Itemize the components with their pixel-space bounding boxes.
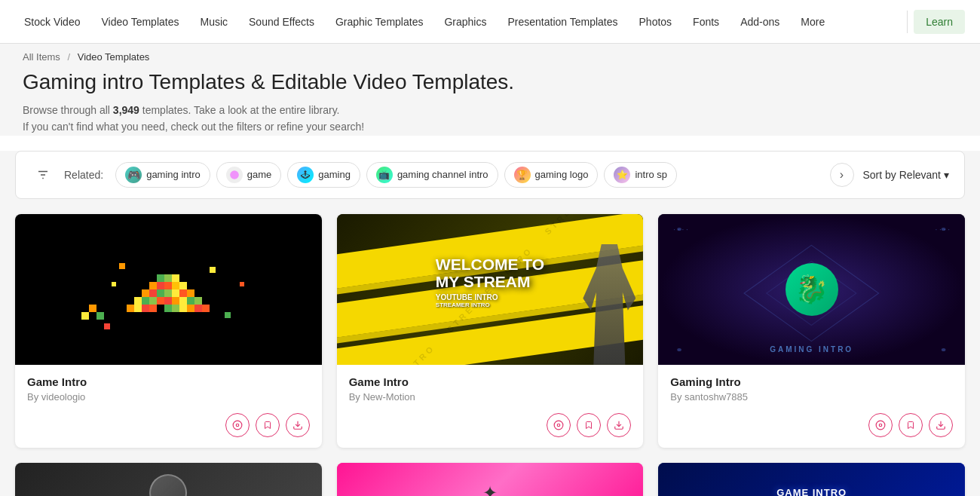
cards-grid: Game Intro By videologio — [0, 214, 980, 448]
sort-button[interactable]: Sort by Relevant ▾ — [863, 169, 950, 181]
svg-rect-11 — [172, 282, 179, 289]
card-actions-3 — [658, 413, 965, 448]
tag-avatar-4: 📺 — [376, 167, 393, 183]
svg-rect-9 — [157, 282, 164, 289]
svg-rect-20 — [134, 297, 142, 305]
svg-rect-43 — [119, 263, 125, 269]
download-btn-1[interactable] — [286, 413, 310, 437]
gaming-intro-thumb: · · · · · · · · 🐉 — [658, 214, 965, 365]
svg-point-51 — [554, 421, 563, 430]
tag-avatar-1: 🎮 — [125, 167, 142, 183]
card-title-2: Game Intro — [349, 375, 632, 388]
tag-gaming-intro[interactable]: 🎮 gaming intro — [115, 162, 210, 188]
nav-sound-effects[interactable]: Sound Effects — [240, 10, 323, 34]
partial-card-2[interactable]: ✦ — [337, 463, 644, 496]
partial-card-1[interactable] — [15, 463, 322, 496]
card-title-3: Gaming Intro — [670, 375, 953, 388]
page-title: Gaming intro Templates & Editable Video … — [23, 70, 957, 94]
filter-icon[interactable] — [31, 163, 55, 187]
svg-rect-36 — [187, 305, 194, 312]
svg-rect-16 — [164, 289, 172, 297]
card-thumb-2[interactable]: STREAMER INTRO STREAMER INTRO STREAMER I… — [337, 214, 644, 365]
svg-rect-46 — [240, 282, 244, 286]
bookmark-btn-1[interactable] — [256, 413, 280, 437]
bookmark-btn-3[interactable] — [899, 413, 923, 437]
tag-gaming[interactable]: 🕹 gaming — [287, 162, 360, 188]
svg-rect-19 — [187, 289, 194, 297]
svg-rect-22 — [149, 297, 157, 305]
svg-point-49 — [236, 424, 239, 427]
preview-btn-1[interactable] — [225, 413, 250, 437]
main-content: Related: 🎮 gaming intro game 🕹 gaming — [0, 151, 980, 496]
download-btn-2[interactable] — [607, 413, 631, 437]
card-author-1: By videologio — [27, 391, 310, 403]
svg-rect-24 — [164, 297, 172, 305]
breadcrumb-all-items[interactable]: All Items — [23, 51, 60, 63]
download-btn-3[interactable] — [929, 413, 953, 437]
nav-fonts[interactable]: Fonts — [684, 10, 728, 34]
tags-row: 🎮 gaming intro game 🕹 gaming 📺 gaming ch… — [115, 162, 820, 188]
card-actions-2 — [337, 413, 644, 448]
card-thumb-1[interactable] — [15, 214, 322, 365]
nav-presentation-templates[interactable]: Presentation Templates — [498, 10, 626, 34]
sort-label: Sort by Relevant — [863, 169, 942, 181]
bookmark-btn-2[interactable] — [577, 413, 601, 437]
card-thumb-3[interactable]: · · · · · · · · 🐉 — [658, 214, 965, 365]
sort-chevron-icon: ▾ — [944, 169, 949, 181]
nav-stock-video[interactable]: Stock Video — [15, 10, 89, 34]
tag-intro-sp[interactable]: ⭐ intro sp — [604, 162, 677, 188]
svg-rect-10 — [164, 282, 172, 289]
nav-video-templates[interactable]: Video Templates — [92, 10, 188, 34]
svg-rect-8 — [149, 282, 157, 289]
breadcrumb-separator: / — [67, 51, 70, 63]
tag-label-4: gaming channel intro — [397, 169, 488, 180]
card-3: · · · · · · · · 🐉 — [658, 214, 965, 448]
template-count: 3,949 — [113, 104, 139, 116]
page-subtitle: Browse through all 3,949 templates. Take… — [23, 102, 957, 136]
svg-point-56 — [678, 228, 682, 231]
next-tags-button[interactable]: › — [830, 163, 854, 187]
tag-avatar-3: 🕹 — [297, 167, 314, 183]
tag-avatar-5: 🏆 — [514, 167, 531, 183]
filter-bar: Related: 🎮 gaming intro game 🕹 gaming — [15, 151, 965, 199]
svg-rect-47 — [112, 282, 116, 286]
nav-learn[interactable]: Learn — [914, 10, 965, 34]
pixel-art-thumb — [15, 214, 322, 365]
svg-rect-42 — [210, 267, 216, 273]
card-2: STREAMER INTRO STREAMER INTRO STREAMER I… — [337, 214, 644, 448]
tag-gaming-logo[interactable]: 🏆 gaming logo — [504, 162, 599, 188]
preview-btn-2[interactable] — [547, 413, 571, 437]
svg-rect-18 — [179, 289, 187, 297]
nav-photos[interactable]: Photos — [630, 10, 681, 34]
svg-rect-21 — [142, 297, 149, 305]
svg-rect-23 — [157, 297, 164, 305]
tag-label-2: game — [247, 169, 272, 180]
preview-btn-3[interactable] — [868, 413, 893, 437]
cards-partial-row: ✦ GAME INTRO — [0, 463, 980, 496]
card-info-1: Game Intro By videologio — [15, 365, 322, 413]
svg-rect-37 — [194, 305, 202, 312]
partial-card-3[interactable]: GAME INTRO — [658, 463, 965, 496]
page-subtitle-line2: If you can't find what you need, check o… — [23, 121, 364, 133]
related-label: Related: — [64, 169, 103, 181]
nav-graphics[interactable]: Graphics — [435, 10, 495, 34]
card-author-2: By New-Motion — [349, 391, 632, 403]
svg-rect-35 — [179, 305, 187, 312]
breadcrumb-current: Video Templates — [78, 51, 150, 63]
tag-gaming-channel-intro[interactable]: 📺 gaming channel intro — [366, 162, 498, 188]
svg-rect-27 — [187, 297, 194, 305]
card-info-2: Game Intro By New-Motion — [337, 365, 644, 413]
svg-point-59 — [942, 348, 946, 351]
nav-add-ons[interactable]: Add-ons — [731, 10, 789, 34]
nav-more[interactable]: More — [792, 10, 834, 34]
svg-rect-44 — [225, 312, 231, 318]
streamer-thumb: STREAMER INTRO STREAMER INTRO STREAMER I… — [337, 214, 644, 365]
svg-rect-7 — [172, 274, 179, 282]
svg-point-48 — [233, 421, 242, 430]
svg-point-60 — [876, 421, 885, 430]
nav-music[interactable]: Music — [191, 10, 237, 34]
svg-point-61 — [879, 424, 882, 427]
tag-game[interactable]: game — [216, 162, 282, 188]
card-info-3: Gaming Intro By santoshw7885 — [658, 365, 965, 413]
nav-graphic-templates[interactable]: Graphic Templates — [326, 10, 432, 34]
